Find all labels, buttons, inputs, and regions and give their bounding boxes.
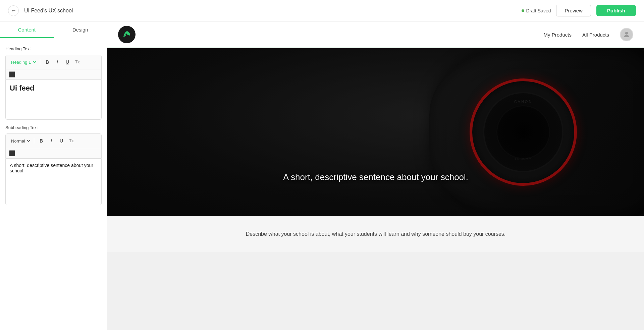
left-panel: Content Design Heading Text Heading 1 B … xyxy=(0,21,107,330)
subheading-italic-button[interactable]: I xyxy=(47,136,56,145)
heading-section-label: Heading Text xyxy=(5,46,102,51)
banner-text: A short, descriptive sentence about your… xyxy=(283,172,468,182)
preview-button[interactable]: Preview xyxy=(556,5,591,16)
subheading-section-label: Subheading Text xyxy=(5,125,102,130)
back-icon: ← xyxy=(10,7,16,14)
subheading-color-row xyxy=(5,148,102,158)
heading-bold-button[interactable]: B xyxy=(43,58,52,66)
subheading-underline-button[interactable]: U xyxy=(57,136,66,145)
toolbar-divider-1 xyxy=(40,59,40,65)
subheading-toolbar: Normal B I U Tx xyxy=(5,133,102,148)
right-area: My Products All Products xyxy=(107,21,644,330)
heading-clear-button[interactable]: Tx xyxy=(73,58,82,66)
heading-toolbar: Heading 1 B I U Tx xyxy=(5,55,102,69)
page-title: UI Feed's UX school xyxy=(24,8,516,14)
all-products-link[interactable]: All Products xyxy=(582,32,609,38)
heading-color-picker[interactable] xyxy=(9,71,15,77)
logo-icon xyxy=(122,30,132,40)
describe-text: Describe what your school is about, what… xyxy=(215,229,537,238)
heading-text-value: Ui feed xyxy=(10,84,34,92)
panel-tabs: Content Design xyxy=(0,21,107,38)
svg-point-0 xyxy=(625,32,628,35)
describe-section: Describe what your school is about, what… xyxy=(107,216,644,252)
subheading-clear-button[interactable]: Tx xyxy=(67,136,76,145)
tab-design-label: Design xyxy=(72,27,88,33)
subheading-bold-button[interactable]: B xyxy=(37,136,46,145)
heading-text-area[interactable]: Ui feed xyxy=(5,79,102,120)
avatar-icon xyxy=(623,31,631,39)
heading-style-select[interactable]: Heading 1 xyxy=(9,59,37,65)
tab-design[interactable]: Design xyxy=(54,21,107,38)
draft-dot-icon xyxy=(522,9,524,12)
user-avatar[interactable] xyxy=(620,28,633,41)
my-products-link[interactable]: My Products xyxy=(544,32,572,38)
banner-overlay xyxy=(107,48,644,216)
main-layout: Content Design Heading Text Heading 1 B … xyxy=(0,21,644,330)
subheading-color-picker[interactable] xyxy=(9,150,15,156)
heading-italic-button[interactable]: I xyxy=(53,58,62,66)
publish-button[interactable]: Publish xyxy=(596,5,636,16)
draft-status: Draft Saved xyxy=(522,8,551,13)
site-header: My Products All Products xyxy=(107,21,644,48)
tab-content[interactable]: Content xyxy=(0,21,54,38)
banner-section: CANON 16-35mm A short, descriptive sente… xyxy=(107,48,644,216)
site-logo xyxy=(118,26,136,43)
subheading-text-area[interactable]: A short, descriptive sentence about your… xyxy=(5,158,102,205)
panel-content: Heading Text Heading 1 B I U Tx Ui feed … xyxy=(0,38,107,330)
subheading-style-select[interactable]: Normal xyxy=(9,138,31,144)
top-bar: ← UI Feed's UX school Draft Saved Previe… xyxy=(0,0,644,21)
heading-underline-button[interactable]: U xyxy=(63,58,72,66)
toolbar-divider-2 xyxy=(34,138,34,144)
subheading-text-value: A short, descriptive sentence about your… xyxy=(10,163,93,173)
site-nav: My Products All Products xyxy=(544,28,633,41)
back-button[interactable]: ← xyxy=(8,5,19,16)
tab-content-label: Content xyxy=(18,27,36,33)
heading-color-row xyxy=(5,69,102,79)
draft-label: Draft Saved xyxy=(526,8,551,13)
